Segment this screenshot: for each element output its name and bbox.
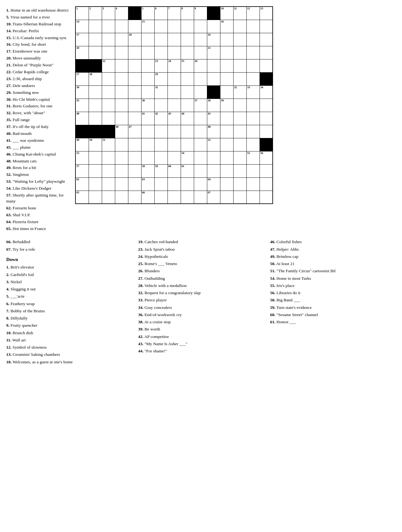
grid-cell[interactable] xyxy=(233,46,246,59)
grid-cell[interactable] xyxy=(181,46,194,59)
grid-cell[interactable] xyxy=(220,112,233,125)
grid-cell[interactable] xyxy=(102,46,115,59)
grid-cell[interactable] xyxy=(207,72,220,85)
grid-cell[interactable]: 3 xyxy=(102,7,115,20)
grid-cell[interactable] xyxy=(220,138,233,151)
grid-cell[interactable] xyxy=(220,177,233,191)
grid-cell[interactable] xyxy=(181,191,194,204)
grid-cell[interactable] xyxy=(89,85,102,99)
grid-cell[interactable] xyxy=(154,33,168,46)
grid-cell[interactable]: 19 xyxy=(207,33,220,46)
grid-cell[interactable] xyxy=(89,125,102,138)
grid-cell[interactable] xyxy=(115,164,128,177)
grid-cell[interactable] xyxy=(194,20,207,33)
grid-cell[interactable] xyxy=(168,46,181,59)
grid-cell[interactable] xyxy=(102,177,115,191)
grid-cell[interactable] xyxy=(194,177,207,191)
grid-cell[interactable] xyxy=(246,59,260,72)
grid-cell[interactable]: 4 xyxy=(115,7,128,20)
grid-cell[interactable] xyxy=(115,72,128,85)
grid-cell[interactable] xyxy=(260,112,273,125)
grid-cell[interactable] xyxy=(246,164,260,177)
grid-cell[interactable] xyxy=(220,85,233,99)
grid-cell[interactable] xyxy=(154,151,168,164)
grid-cell[interactable] xyxy=(89,59,102,72)
grid-cell[interactable]: 51 xyxy=(102,138,115,151)
grid-cell[interactable]: 5 xyxy=(141,7,154,20)
grid-cell[interactable]: 38 xyxy=(207,99,220,112)
grid-cell[interactable] xyxy=(220,33,233,46)
grid-cell[interactable] xyxy=(141,72,154,85)
grid-cell[interactable] xyxy=(207,7,220,20)
grid-cell[interactable] xyxy=(233,125,246,138)
grid-cell[interactable] xyxy=(260,33,273,46)
grid-cell[interactable] xyxy=(141,85,154,99)
grid-cell[interactable]: 22 xyxy=(102,59,115,72)
grid-cell[interactable]: 49 xyxy=(75,138,89,151)
grid-cell[interactable] xyxy=(168,85,181,99)
grid-cell[interactable] xyxy=(260,72,273,85)
grid-cell[interactable]: 63 xyxy=(141,177,154,191)
grid-cell[interactable]: 33 xyxy=(246,85,260,99)
grid-cell[interactable] xyxy=(128,151,141,164)
grid-cell[interactable]: 30 xyxy=(75,85,89,99)
grid-cell[interactable]: 20 xyxy=(75,46,89,59)
grid-cell[interactable] xyxy=(115,33,128,46)
grid-cell[interactable] xyxy=(233,164,246,177)
grid-cell[interactable] xyxy=(115,85,128,99)
grid-cell[interactable] xyxy=(194,151,207,164)
grid-cell[interactable] xyxy=(89,33,102,46)
grid-cell[interactable] xyxy=(89,164,102,177)
grid-cell[interactable]: 58 xyxy=(141,164,154,177)
grid-cell[interactable]: 64 xyxy=(207,177,220,191)
grid-cell[interactable]: 48 xyxy=(207,125,220,138)
grid-cell[interactable] xyxy=(115,46,128,59)
grid-cell[interactable]: 34 xyxy=(260,85,273,99)
grid-cell[interactable]: 44 xyxy=(181,112,194,125)
grid-cell[interactable] xyxy=(260,20,273,33)
grid-cell[interactable] xyxy=(154,191,168,204)
grid-cell[interactable]: 11 xyxy=(233,7,246,20)
grid-cell[interactable] xyxy=(181,99,194,112)
grid-cell[interactable]: 66 xyxy=(141,191,154,204)
grid-cell[interactable] xyxy=(220,125,233,138)
grid-cell[interactable] xyxy=(194,46,207,59)
grid-cell[interactable] xyxy=(246,72,260,85)
grid-cell[interactable] xyxy=(154,177,168,191)
grid-cell[interactable]: 24 xyxy=(168,59,181,72)
grid-cell[interactable] xyxy=(128,99,141,112)
grid-cell[interactable] xyxy=(260,164,273,177)
grid-cell[interactable]: 21 xyxy=(207,46,220,59)
grid-cell[interactable]: 42 xyxy=(154,112,168,125)
grid-cell[interactable] xyxy=(141,138,154,151)
grid-cell[interactable] xyxy=(75,125,89,138)
grid-cell[interactable] xyxy=(194,138,207,151)
grid-cell[interactable] xyxy=(260,59,273,72)
grid-cell[interactable] xyxy=(207,85,220,99)
grid-cell[interactable]: 60 xyxy=(168,164,181,177)
grid-cell[interactable] xyxy=(233,151,246,164)
grid-cell[interactable] xyxy=(128,20,141,33)
grid-cell[interactable] xyxy=(128,112,141,125)
grid-cell[interactable] xyxy=(246,177,260,191)
grid-cell[interactable] xyxy=(168,177,181,191)
grid-cell[interactable] xyxy=(181,33,194,46)
grid-cell[interactable]: 50 xyxy=(89,138,102,151)
grid-cell[interactable] xyxy=(115,20,128,33)
grid-cell[interactable]: 47 xyxy=(128,125,141,138)
grid-cell[interactable] xyxy=(168,99,181,112)
grid-cell[interactable] xyxy=(168,33,181,46)
grid-cell[interactable] xyxy=(246,99,260,112)
grid-cell[interactable]: 31 xyxy=(154,85,168,99)
grid-cell[interactable] xyxy=(246,33,260,46)
grid-cell[interactable] xyxy=(102,20,115,33)
grid-cell[interactable] xyxy=(89,177,102,191)
grid-cell[interactable]: 23 xyxy=(154,59,168,72)
grid-cell[interactable] xyxy=(181,85,194,99)
grid-cell[interactable] xyxy=(115,191,128,204)
grid-cell[interactable] xyxy=(181,177,194,191)
grid-cell[interactable] xyxy=(102,112,115,125)
grid-cell[interactable] xyxy=(246,191,260,204)
grid-cell[interactable] xyxy=(207,151,220,164)
grid-cell[interactable]: 54 xyxy=(181,151,194,164)
